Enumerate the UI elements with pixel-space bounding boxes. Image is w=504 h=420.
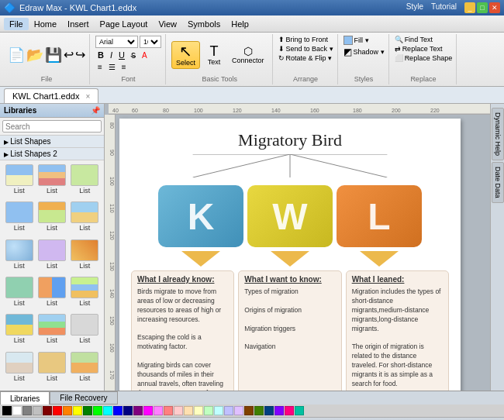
- align-right-button[interactable]: ≡: [119, 62, 129, 72]
- color-swatch-dark-blue[interactable]: [264, 406, 274, 415]
- color-swatch-cyan[interactable]: [103, 406, 112, 415]
- list-item[interactable]: List: [70, 201, 100, 236]
- list-item[interactable]: List: [4, 164, 34, 199]
- replace-shape-icon: ⬜: [395, 54, 403, 62]
- close-button[interactable]: ✕: [489, 2, 500, 13]
- save-button[interactable]: 💾: [45, 46, 62, 64]
- list-item[interactable]: List: [36, 201, 67, 236]
- color-swatch-light-blue[interactable]: [224, 406, 233, 415]
- color-swatch-light-yellow[interactable]: [194, 406, 203, 415]
- minimize-button[interactable]: _: [464, 2, 475, 13]
- color-swatch-magenta[interactable]: [143, 406, 153, 415]
- fill-button[interactable]: Fill ▾: [343, 36, 385, 45]
- list-item[interactable]: List: [70, 239, 100, 274]
- open-button[interactable]: 📂: [26, 46, 43, 64]
- color-swatch-peach[interactable]: [184, 406, 193, 415]
- menu-help[interactable]: Help: [226, 18, 254, 30]
- color-swatch-red[interactable]: [53, 406, 62, 415]
- replace-shape-button[interactable]: ⬜ Replace Shape: [395, 54, 453, 62]
- bold-button[interactable]: B: [95, 50, 106, 60]
- color-swatch-teal[interactable]: [295, 406, 304, 415]
- color-swatch-gray[interactable]: [22, 406, 32, 415]
- text-button[interactable]: T Text: [202, 43, 226, 67]
- color-swatch-black[interactable]: [2, 406, 12, 415]
- libraries-tab[interactable]: Libraries: [0, 391, 50, 405]
- list-item[interactable]: List: [36, 164, 67, 199]
- list-item[interactable]: List: [36, 277, 67, 312]
- menu-bar: File Home Insert Page Layout View Symbol…: [0, 15, 504, 33]
- italic-button[interactable]: I: [108, 50, 115, 60]
- color-swatch-yellow[interactable]: [73, 406, 82, 415]
- color-swatch-maroon[interactable]: [43, 406, 52, 415]
- align-left-button[interactable]: ≡: [95, 62, 105, 72]
- redo-button[interactable]: ↪: [75, 47, 85, 62]
- tab-close-icon[interactable]: ×: [85, 92, 90, 101]
- color-swatch-olive[interactable]: [254, 406, 264, 415]
- find-text-button[interactable]: 🔍 Find Text: [395, 36, 453, 43]
- color-swatch-salmon[interactable]: [164, 406, 173, 415]
- color-swatch-brown[interactable]: [244, 406, 254, 415]
- menu-page-layout[interactable]: Page Layout: [95, 18, 154, 30]
- color-swatch-light-green[interactable]: [204, 406, 213, 415]
- menu-file[interactable]: File: [4, 18, 29, 30]
- list-item[interactable]: List: [4, 277, 34, 312]
- kwl-col-w: What I want to know: Types of migrationO…: [238, 270, 341, 391]
- color-swatch-white[interactable]: [12, 406, 22, 415]
- color-swatch-light-pink[interactable]: [174, 406, 183, 415]
- color-swatch-violet[interactable]: [274, 406, 284, 415]
- color-swatch-green[interactable]: [83, 406, 92, 415]
- list-item[interactable]: List: [70, 352, 100, 387]
- sidebar-pin-icon[interactable]: 📌: [91, 106, 100, 115]
- menu-home[interactable]: Home: [29, 18, 62, 30]
- align-center-button[interactable]: ☰: [106, 62, 118, 72]
- undo-button[interactable]: ↩: [64, 47, 74, 62]
- color-swatch-pink[interactable]: [154, 406, 163, 415]
- canvas-scroll[interactable]: Migratory Bird K W L: [116, 115, 490, 391]
- color-swatch-navy[interactable]: [123, 406, 133, 415]
- menu-view[interactable]: View: [153, 18, 182, 30]
- color-swatch-light-cyan[interactable]: [214, 406, 223, 415]
- strikethrough-button[interactable]: S̶: [129, 50, 138, 60]
- list-item[interactable]: List: [4, 201, 34, 236]
- list-item[interactable]: List: [70, 277, 100, 312]
- rotate-flip-button[interactable]: ↻ Rotate & Flip ▾: [278, 54, 333, 62]
- color-swatch-lavender[interactable]: [234, 406, 243, 415]
- doc-tab-kwl[interactable]: KWL Chart1.eddx ×: [4, 88, 98, 103]
- sidebar-section-2[interactable]: List Shapes 2: [0, 148, 104, 160]
- replace-text-button[interactable]: ⇄ Replace Text: [395, 45, 453, 53]
- list-item[interactable]: List: [36, 314, 67, 349]
- color-swatch-purple[interactable]: [133, 406, 143, 415]
- color-swatch-hot-pink[interactable]: [285, 406, 294, 415]
- color-swatch-orange[interactable]: [63, 406, 72, 415]
- style-btn[interactable]: Style: [406, 2, 423, 13]
- list-item[interactable]: List: [4, 314, 34, 349]
- connector-button[interactable]: ⬡ Connector: [228, 44, 268, 66]
- list-item[interactable]: List: [36, 239, 67, 274]
- list-item[interactable]: List: [36, 352, 67, 387]
- font-size-select[interactable]: 10: [140, 36, 161, 48]
- list-item[interactable]: List: [70, 164, 100, 199]
- font-name-select[interactable]: Arial: [95, 36, 138, 48]
- maximize-button[interactable]: □: [477, 2, 488, 13]
- menu-insert[interactable]: Insert: [62, 18, 95, 30]
- color-swatch-silver[interactable]: [33, 406, 42, 415]
- new-button[interactable]: 📄: [8, 46, 25, 64]
- search-input[interactable]: [2, 120, 102, 133]
- list-item[interactable]: List: [4, 239, 34, 274]
- tutorial-btn[interactable]: Tutorial: [431, 2, 457, 13]
- file-recovery-tab[interactable]: File Recovery: [50, 391, 117, 405]
- bring-front-button[interactable]: ⬆ Bring to Front: [278, 36, 333, 43]
- date-data-button[interactable]: Date Data: [492, 162, 504, 203]
- list-item[interactable]: List: [4, 352, 34, 387]
- sidebar-section-1[interactable]: List Shapes: [0, 136, 104, 148]
- underline-button[interactable]: U: [116, 50, 127, 60]
- shadow-button[interactable]: ◩ Shadow ▾: [343, 46, 385, 57]
- color-swatch-lime[interactable]: [93, 406, 102, 415]
- color-swatch-blue[interactable]: [113, 406, 123, 415]
- send-back-button[interactable]: ⬇ Send to Back ▾: [278, 45, 333, 53]
- select-button[interactable]: ↖ Select: [171, 41, 200, 69]
- dynamic-help-button[interactable]: Dynamic Help: [492, 108, 504, 160]
- menu-symbols[interactable]: Symbols: [182, 18, 226, 30]
- list-item[interactable]: List: [70, 314, 100, 349]
- font-color-button[interactable]: A: [140, 50, 150, 60]
